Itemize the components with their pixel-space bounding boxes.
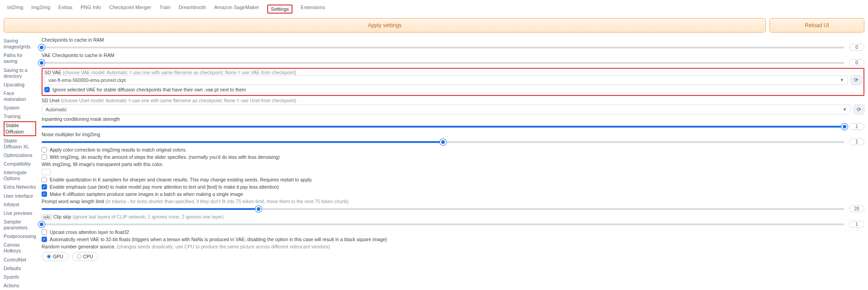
sidebar-item-face-restoration[interactable]: Face restoration xyxy=(4,90,36,103)
sidebar-item-defaults[interactable]: Defaults xyxy=(4,265,36,272)
ckpt-cache-value[interactable]: 0 xyxy=(849,44,864,51)
sidebar-item-system[interactable]: System xyxy=(4,104,36,112)
fill-color-input[interactable] xyxy=(42,169,51,175)
sidebar-item-upscaling[interactable]: Upscaling xyxy=(4,81,36,89)
settings-content: Checkpoints to cache in RAM 0 VAE Checkp… xyxy=(42,37,864,290)
sidebar-item-sampler-parameters[interactable]: Sampler parameters xyxy=(4,218,36,232)
kdiff-batch-checkbox[interactable]: ✓ xyxy=(42,191,47,197)
color-correction-checkbox[interactable] xyxy=(42,147,47,152)
sidebar-item-stable-diffusion[interactable]: Stable Diffusion xyxy=(4,121,36,136)
sidebar-item-live-previews[interactable]: Live previews xyxy=(4,209,36,217)
quantization-checkbox[interactable] xyxy=(42,177,47,182)
tab-extras[interactable]: Extras xyxy=(58,5,72,14)
tab-txt2img[interactable]: txt2img xyxy=(7,5,23,14)
noise-value[interactable]: 1 xyxy=(849,138,864,145)
refresh-icon[interactable]: ⟳ xyxy=(854,105,864,114)
sidebar-item-saving-images-grids[interactable]: Saving images/grids xyxy=(4,37,36,51)
sidebar-item-paths-for-saving[interactable]: Paths for saving xyxy=(4,52,36,65)
sidebar-item-postprocessing[interactable]: Postprocessing xyxy=(4,233,36,240)
refresh-icon[interactable]: ⟳ xyxy=(851,75,862,85)
sidebar-item-extra-networks[interactable]: Extra Networks xyxy=(4,183,36,191)
rng-radio-cpu[interactable]: CPU xyxy=(72,252,98,261)
wiki-badge[interactable]: wiki xyxy=(42,214,52,220)
upcast-checkbox[interactable] xyxy=(42,229,47,235)
clip-skip-value[interactable]: 1 xyxy=(849,221,864,228)
tab-amazon-sagemaker[interactable]: Amazon SageMaker xyxy=(214,5,259,14)
sd-vae-select[interactable]: vae-ft-ema-560000-ema-pruned.ckpt▼ xyxy=(44,75,848,85)
sidebar-item-sysinfo[interactable]: Sysinfo xyxy=(4,273,36,281)
prompt-wrap-value[interactable]: 20 xyxy=(849,205,864,212)
prompt-wrap-slider[interactable] xyxy=(42,208,844,210)
emphasis-checkbox[interactable]: ✓ xyxy=(42,184,47,190)
tab-img2img[interactable]: img2img xyxy=(31,5,50,14)
sidebar-item-stable-diffusion-xl[interactable]: Stable Diffusion XL xyxy=(4,137,36,151)
ckpt-cache-slider[interactable] xyxy=(42,47,844,48)
sidebar-item-compatibility[interactable]: Compatibility xyxy=(4,160,36,168)
vae-cache-label: VAE Checkpoints to cache in RAM xyxy=(42,52,864,58)
tab-png-info[interactable]: PNG Info xyxy=(80,5,101,14)
tab-dreambooth[interactable]: Dreambooth xyxy=(179,5,206,14)
inpaint-label: Inpainting conditioning mask strength xyxy=(42,116,864,122)
sidebar-item-actions[interactable]: Actions xyxy=(4,282,36,290)
sidebar-item-canvas-hotkeys[interactable]: Canvas Hotkeys xyxy=(4,241,36,255)
ckpt-cache-label: Checkpoints to cache in RAM xyxy=(42,37,864,43)
inpaint-slider[interactable] xyxy=(42,126,844,128)
tab-train[interactable]: Train xyxy=(159,5,170,14)
revert-vae-checkbox[interactable]: ✓ xyxy=(42,237,47,242)
tab-extensions[interactable]: Extensions xyxy=(301,5,325,14)
rng-radio-gpu[interactable]: GPU xyxy=(42,252,68,261)
tab-settings[interactable]: Settings xyxy=(267,5,292,14)
main-tabs: txt2imgimg2imgExtrasPNG InfoCheckpoint M… xyxy=(4,3,864,18)
vae-cache-value[interactable]: 0 xyxy=(849,59,864,66)
rng-radio-group: GPUCPU xyxy=(42,252,864,261)
chevron-down-icon: ▼ xyxy=(843,107,847,112)
clip-skip-slider[interactable] xyxy=(42,223,844,225)
exact-steps-checkbox[interactable] xyxy=(42,154,47,160)
vae-cache-slider[interactable] xyxy=(42,62,844,64)
tab-checkpoint-merger[interactable]: Checkpoint Merger xyxy=(109,5,151,14)
sd-unet-select[interactable]: Automatic▼ xyxy=(42,105,851,114)
reload-ui-button[interactable]: Reload UI xyxy=(769,18,864,33)
sd-vae-section: SD VAE (choose VAE model: Automatic = us… xyxy=(42,68,864,96)
sidebar-item-training[interactable]: Training xyxy=(4,113,36,120)
sidebar-item-interrogate-options[interactable]: Interrogate Options xyxy=(4,169,36,182)
noise-label: Noise multiplier for img2img xyxy=(42,132,864,137)
sidebar-item-infotext[interactable]: Infotext xyxy=(4,201,36,209)
inpaint-value[interactable]: 1 xyxy=(849,123,864,130)
settings-sidebar: Saving images/gridsPaths for savingSavin… xyxy=(4,37,36,290)
noise-slider[interactable] xyxy=(42,141,844,143)
chevron-down-icon: ▼ xyxy=(840,78,844,82)
ignore-vae-checkbox[interactable]: ✓ xyxy=(44,87,50,92)
sidebar-item-saving-to-a-directory[interactable]: Saving to a directory xyxy=(4,67,36,80)
sidebar-item-controlnet[interactable]: ControlNet xyxy=(4,256,36,264)
sidebar-item-user-interface[interactable]: User interface xyxy=(4,192,36,200)
apply-settings-button[interactable]: Apply settings xyxy=(4,18,766,33)
sidebar-item-optimizations[interactable]: Optimizations xyxy=(4,152,36,159)
